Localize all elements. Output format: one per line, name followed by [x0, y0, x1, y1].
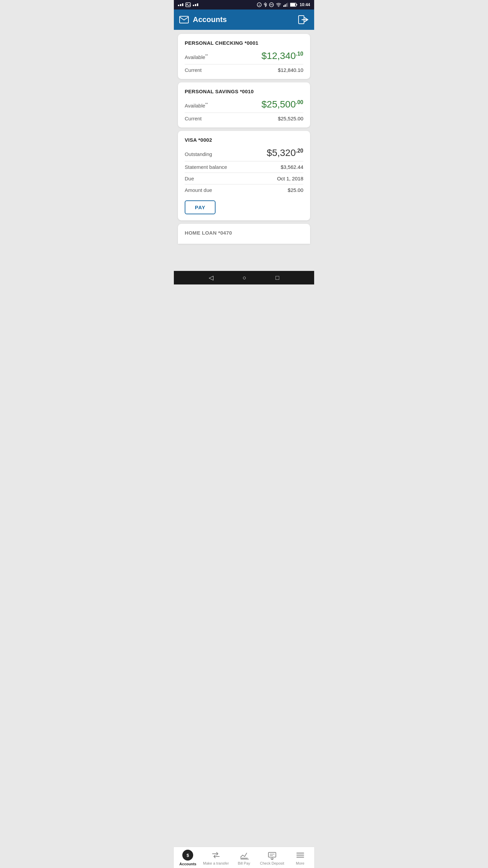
account-card-homeloan-partial[interactable]: HOME LOAN *0470: [178, 224, 310, 244]
back-button[interactable]: ◁: [209, 274, 214, 281]
svg-rect-12: [290, 3, 295, 6]
image-icon: [185, 2, 191, 7]
current-label-checking: Current: [185, 67, 202, 73]
available-value-checking: $12,340.10: [262, 51, 303, 61]
main-content: PERSONAL CHECKING *0001 Available** $12,…: [174, 30, 314, 271]
current-label-savings: Current: [185, 116, 202, 121]
due-label-visa: Due: [185, 176, 194, 181]
outstanding-row-visa: Outstanding $5,320.20: [185, 147, 303, 158]
svg-rect-9: [286, 3, 287, 7]
wifi-icon: [276, 3, 281, 7]
svg-rect-8: [285, 4, 286, 7]
statement-value-visa: $3,562.44: [281, 164, 303, 170]
account-name-savings: PERSONAL SAVINGS *0010: [185, 88, 303, 94]
account-name-homeloan: HOME LOAN *0470: [185, 230, 303, 236]
divider-savings: [185, 113, 303, 113]
due-row-visa: Due Oct 1, 2018: [185, 176, 303, 181]
pay-button[interactable]: PAY: [185, 200, 216, 214]
available-label-checking: Available**: [185, 54, 208, 60]
divider: [185, 64, 303, 64]
account-card-visa[interactable]: VISA *0002 Outstanding $5,320.20 Stateme…: [178, 131, 310, 220]
divider-visa-3: [185, 184, 303, 184]
due-value-visa: Oct 1, 2018: [277, 176, 303, 181]
svg-rect-10: [287, 3, 288, 7]
account-card-checking[interactable]: PERSONAL CHECKING *0001 Available** $12,…: [178, 34, 310, 79]
available-label-savings: Available**: [185, 102, 208, 108]
amount-due-row-visa: Amount due $25.00: [185, 187, 303, 193]
divider-visa-1: [185, 161, 303, 161]
amount-due-value-visa: $25.00: [288, 187, 303, 193]
time-display: 10:44: [300, 2, 310, 7]
account-name-visa: VISA *0002: [185, 137, 303, 143]
home-button[interactable]: ○: [243, 274, 246, 281]
current-value-checking: $12,840.10: [278, 67, 303, 73]
svg-rect-7: [283, 5, 284, 7]
signal-icon-2: [193, 3, 198, 6]
recents-button[interactable]: □: [276, 274, 279, 281]
outstanding-label-visa: Outstanding: [185, 151, 212, 157]
app-header: Accounts: [174, 9, 314, 30]
status-left: [178, 2, 198, 7]
svg-text:+: +: [259, 4, 260, 7]
screen-rotation-icon: +: [257, 2, 262, 7]
statement-row-visa: Statement balance $3,562.44: [185, 164, 303, 170]
bluetooth-icon: [264, 2, 267, 7]
amount-due-label-visa: Amount due: [185, 187, 212, 193]
svg-rect-0: [186, 3, 190, 7]
page-title: Accounts: [193, 15, 227, 24]
account-card-savings[interactable]: PERSONAL SAVINGS *0010 Available** $25,5…: [178, 82, 310, 127]
battery-icon: [290, 3, 298, 7]
account-name-checking: PERSONAL CHECKING *0001: [185, 40, 303, 46]
minus-circle-icon: [269, 2, 274, 7]
current-row-savings: Current $25,525.00: [185, 116, 303, 121]
logout-icon[interactable]: [298, 14, 309, 25]
statement-label-visa: Statement balance: [185, 164, 227, 170]
signal-bars-icon: [283, 3, 288, 7]
available-value-savings: $25,500.00: [262, 99, 303, 110]
status-bar: + 10:44: [174, 0, 314, 9]
signal-icon: [178, 3, 183, 6]
available-row-savings: Available** $25,500.00: [185, 99, 303, 110]
available-row-checking: Available** $12,340.10: [185, 51, 303, 61]
header-left: Accounts: [179, 15, 227, 24]
status-right: + 10:44: [257, 2, 310, 7]
current-value-savings: $25,525.00: [278, 116, 303, 121]
svg-rect-13: [297, 4, 297, 5]
svg-point-6: [278, 6, 279, 7]
current-row-checking: Current $12,840.10: [185, 67, 303, 73]
envelope-icon[interactable]: [179, 16, 189, 23]
android-nav-bar: ◁ ○ □: [174, 271, 314, 284]
outstanding-value-visa: $5,320.20: [267, 147, 303, 158]
divider-visa-2: [185, 173, 303, 173]
